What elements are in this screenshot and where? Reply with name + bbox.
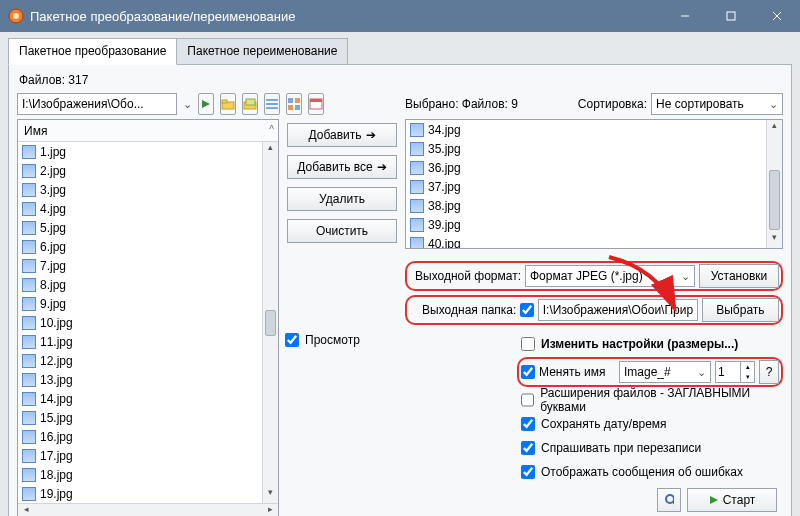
scrollbar-vertical[interactable]: ▴ ▾ bbox=[262, 142, 278, 503]
output-folder-input[interactable] bbox=[538, 299, 698, 321]
source-path-combo[interactable] bbox=[17, 93, 177, 115]
list-item[interactable]: 12.jpg bbox=[18, 351, 278, 370]
list-item[interactable]: 10.jpg bbox=[18, 313, 278, 332]
rename-checkbox[interactable] bbox=[521, 365, 535, 379]
keep-date-checkbox[interactable] bbox=[521, 417, 535, 431]
preview-image-button[interactable] bbox=[657, 488, 681, 512]
sort-label: Сортировка: bbox=[578, 97, 647, 111]
list-item[interactable]: 37.jpg bbox=[406, 177, 766, 196]
upper-ext-checkbox[interactable] bbox=[521, 393, 534, 407]
tab-convert[interactable]: Пакетное преобразование bbox=[8, 38, 177, 65]
image-file-icon bbox=[410, 123, 424, 137]
close-button[interactable] bbox=[754, 0, 800, 32]
image-file-icon bbox=[22, 259, 36, 273]
window-title: Пакетное преобразование/переименование bbox=[30, 9, 662, 24]
scrollbar-vertical[interactable]: ▴ ▾ bbox=[766, 120, 782, 248]
ask-overwrite-label: Спрашивать при перезаписи bbox=[541, 441, 701, 455]
image-file-icon bbox=[410, 199, 424, 213]
list-item[interactable]: 5.jpg bbox=[18, 218, 278, 237]
list-item[interactable]: 1.jpg bbox=[18, 142, 278, 161]
output-folder-checkbox[interactable] bbox=[520, 303, 533, 317]
format-settings-button[interactable]: Установки bbox=[699, 264, 779, 288]
svg-rect-3 bbox=[727, 12, 735, 20]
svg-point-20 bbox=[666, 495, 674, 503]
folder-up-button[interactable] bbox=[220, 93, 236, 115]
svg-rect-12 bbox=[266, 103, 278, 105]
list-item[interactable]: 34.jpg bbox=[406, 120, 766, 139]
list-item[interactable]: 40.jpg bbox=[406, 234, 766, 248]
scrollbar-horizontal[interactable]: ◂ ▸ bbox=[18, 503, 278, 516]
browse-folder-button[interactable]: Выбрать bbox=[702, 298, 779, 322]
list-item[interactable]: 11.jpg bbox=[18, 332, 278, 351]
image-file-icon bbox=[22, 145, 36, 159]
image-file-icon bbox=[22, 468, 36, 482]
ask-overwrite-checkbox[interactable] bbox=[521, 441, 535, 455]
preview-checkbox[interactable] bbox=[285, 333, 299, 347]
image-file-icon bbox=[22, 335, 36, 349]
chevron-down-icon bbox=[769, 97, 778, 111]
go-button[interactable] bbox=[198, 93, 214, 115]
image-file-icon bbox=[22, 202, 36, 216]
column-header-name[interactable]: Имя ^ bbox=[18, 120, 278, 142]
add-button[interactable]: Добавить➔ bbox=[287, 123, 397, 147]
list-item[interactable]: 35.jpg bbox=[406, 139, 766, 158]
title-bar: Пакетное преобразование/переименование bbox=[0, 0, 800, 32]
list-item[interactable]: 2.jpg bbox=[18, 161, 278, 180]
list-item[interactable]: 19.jpg bbox=[18, 484, 278, 503]
selected-file-list[interactable]: 34.jpg35.jpg36.jpg37.jpg38.jpg39.jpg40.j… bbox=[405, 119, 783, 249]
image-file-icon bbox=[22, 449, 36, 463]
image-file-icon bbox=[22, 487, 36, 501]
tab-rename[interactable]: Пакетное переименование bbox=[176, 38, 348, 65]
maximize-button[interactable] bbox=[708, 0, 754, 32]
image-file-icon bbox=[22, 316, 36, 330]
rename-pattern-combo[interactable]: Image_# bbox=[619, 361, 711, 383]
image-file-icon bbox=[22, 430, 36, 444]
image-file-icon bbox=[410, 180, 424, 194]
view-details-button[interactable] bbox=[264, 93, 280, 115]
output-format-combo[interactable]: Формат JPEG (*.jpg) bbox=[525, 265, 695, 287]
image-file-icon bbox=[22, 278, 36, 292]
list-item[interactable]: 6.jpg bbox=[18, 237, 278, 256]
svg-marker-22 bbox=[710, 496, 718, 504]
list-item[interactable]: 15.jpg bbox=[18, 408, 278, 427]
image-file-icon bbox=[410, 237, 424, 249]
resize-checkbox[interactable] bbox=[521, 337, 535, 351]
clear-button[interactable]: Очистить bbox=[287, 219, 397, 243]
image-file-icon bbox=[22, 354, 36, 368]
image-file-icon bbox=[22, 221, 36, 235]
svg-rect-10 bbox=[246, 99, 255, 105]
remove-button[interactable]: Удалить bbox=[287, 187, 397, 211]
list-item[interactable]: 8.jpg bbox=[18, 275, 278, 294]
list-item[interactable]: 9.jpg bbox=[18, 294, 278, 313]
minimize-button[interactable] bbox=[662, 0, 708, 32]
list-item[interactable]: 3.jpg bbox=[18, 180, 278, 199]
rename-start-spinner[interactable]: ▴▾ bbox=[715, 361, 755, 383]
svg-rect-8 bbox=[222, 100, 227, 103]
chevron-down-icon[interactable] bbox=[183, 97, 192, 111]
show-errors-label: Отображать сообщения об ошибках bbox=[541, 465, 743, 479]
output-folder-label: Выходная папка: bbox=[409, 303, 516, 317]
folder-tree-button[interactable] bbox=[242, 93, 258, 115]
list-item[interactable]: 7.jpg bbox=[18, 256, 278, 275]
start-button[interactable]: Старт bbox=[687, 488, 777, 512]
list-item[interactable]: 39.jpg bbox=[406, 215, 766, 234]
show-errors-checkbox[interactable] bbox=[521, 465, 535, 479]
list-item[interactable]: 38.jpg bbox=[406, 196, 766, 215]
svg-rect-11 bbox=[266, 99, 278, 101]
image-file-icon bbox=[410, 218, 424, 232]
svg-marker-6 bbox=[202, 100, 210, 108]
list-item[interactable]: 18.jpg bbox=[18, 465, 278, 484]
list-item[interactable]: 14.jpg bbox=[18, 389, 278, 408]
rename-help-button[interactable]: ? bbox=[759, 360, 779, 384]
list-item[interactable]: 17.jpg bbox=[18, 446, 278, 465]
list-item[interactable]: 16.jpg bbox=[18, 427, 278, 446]
list-item[interactable]: 36.jpg bbox=[406, 158, 766, 177]
sort-combo[interactable]: Не сортировать bbox=[651, 93, 783, 115]
svg-rect-13 bbox=[266, 107, 278, 109]
resize-label: Изменить настройки (размеры...) bbox=[541, 337, 738, 351]
add-all-button[interactable]: Добавить все➔ bbox=[287, 155, 397, 179]
preview-label: Просмотр bbox=[305, 333, 360, 347]
list-item[interactable]: 4.jpg bbox=[18, 199, 278, 218]
list-item[interactable]: 13.jpg bbox=[18, 370, 278, 389]
source-file-list[interactable]: Имя ^ 1.jpg2.jpg3.jpg4.jpg5.jpg6.jpg7.jp… bbox=[17, 119, 279, 516]
